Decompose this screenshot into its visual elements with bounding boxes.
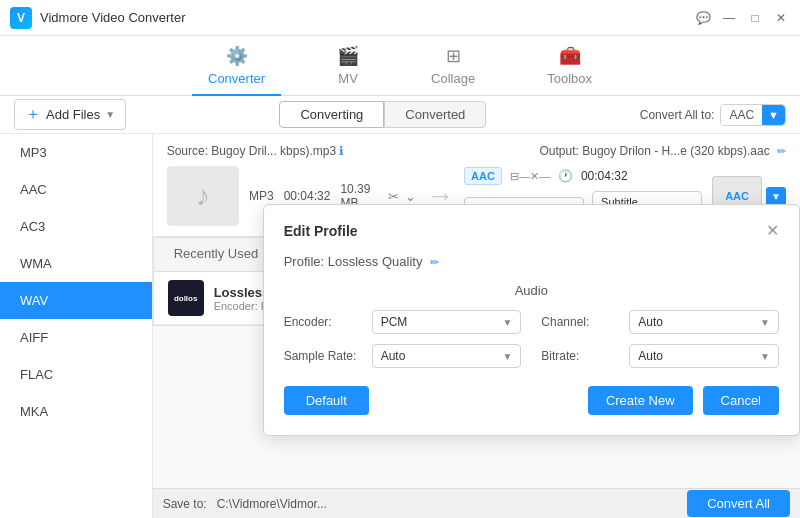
- format-item-wma[interactable]: WMA: [0, 245, 152, 282]
- content-area: Source: Bugoy Dril... kbps).mp3 ℹ Output…: [153, 134, 800, 518]
- cancel-button[interactable]: Cancel: [703, 386, 779, 415]
- file-thumbnail: ♪: [167, 166, 239, 226]
- channel-modal-dropdown-arrow: ▼: [760, 317, 770, 328]
- encoder-select[interactable]: PCM ▼: [372, 310, 522, 334]
- tab-collage-label: Collage: [431, 71, 475, 86]
- add-files-button[interactable]: ＋ Add Files ▼: [14, 99, 126, 130]
- modal-close-button[interactable]: ✕: [766, 221, 779, 240]
- title-bar: V Vidmore Video Converter 💬 — □ ✕: [0, 0, 800, 36]
- format-item-mp3[interactable]: MP3: [0, 134, 152, 171]
- chat-icon[interactable]: 💬: [694, 9, 712, 27]
- encoder-value: PCM: [381, 315, 408, 329]
- mv-icon: 🎬: [337, 45, 359, 67]
- bottom-bar: Save to: C:\Vidmore\Vidmor... Convert Al…: [153, 488, 800, 518]
- add-files-label: Add Files: [46, 107, 100, 122]
- minimize-icon[interactable]: —: [720, 9, 738, 27]
- source-info: Source: Bugoy Dril... kbps).mp3 ℹ: [167, 144, 345, 158]
- modal-profile-line: Profile: Lossless Quality ✏: [284, 254, 779, 269]
- close-icon[interactable]: ✕: [772, 9, 790, 27]
- sample-rate-label: Sample Rate:: [284, 349, 364, 363]
- converting-converted-tabs: Converting Converted: [136, 101, 630, 128]
- toolbox-icon: 🧰: [559, 45, 581, 67]
- output-size-icon: ⊟—✕—: [510, 170, 550, 183]
- format-item-aiff[interactable]: AIFF: [0, 319, 152, 356]
- scissors-icon[interactable]: ✂: [388, 189, 399, 204]
- nav-tabs: ⚙️ Converter 🎬 MV ⊞ Collage 🧰 Toolbox: [0, 36, 800, 96]
- format-item-mka[interactable]: MKA: [0, 393, 152, 430]
- encoder-row: Encoder: PCM ▼: [284, 310, 522, 334]
- format-item-ac3[interactable]: AC3: [0, 208, 152, 245]
- convert-all-control: AAC ▼: [720, 104, 786, 126]
- convert-all-button[interactable]: Convert All: [687, 490, 790, 517]
- convert-all-format: AAC: [721, 105, 762, 125]
- music-note-icon: ♪: [196, 180, 210, 212]
- bitrate-label: Bitrate:: [541, 349, 621, 363]
- source-label: Source:: [167, 144, 208, 158]
- encoder-dropdown-arrow: ▼: [502, 317, 512, 328]
- sample-rate-value: Auto: [381, 349, 406, 363]
- tab-toolbox-label: Toolbox: [547, 71, 592, 86]
- default-button[interactable]: Default: [284, 386, 369, 415]
- bitrate-row: Bitrate: Auto ▼: [541, 344, 779, 368]
- tab-converting[interactable]: Converting: [279, 101, 384, 128]
- file-duration: 00:04:32: [284, 189, 331, 203]
- bitrate-value: Auto: [638, 349, 663, 363]
- collage-icon: ⊞: [446, 45, 461, 67]
- tab-converter[interactable]: ⚙️ Converter: [192, 37, 281, 96]
- modal-header: Edit Profile ✕: [284, 221, 779, 240]
- channel-label: Channel:: [541, 315, 621, 329]
- output-duration: 00:04:32: [581, 169, 628, 183]
- output-label: Output:: [540, 144, 579, 158]
- source-info-icon[interactable]: ℹ: [339, 144, 344, 158]
- channel-modal-value: Auto: [638, 315, 663, 329]
- format-item-flac[interactable]: FLAC: [0, 356, 152, 393]
- converter-icon: ⚙️: [226, 45, 248, 67]
- save-to-path: C:\Vidmore\Vidmor...: [217, 497, 327, 511]
- format-tab-recently-used[interactable]: Recently Used: [154, 238, 279, 271]
- create-new-button[interactable]: Create New: [588, 386, 693, 415]
- tab-converted[interactable]: Converted: [384, 101, 486, 128]
- output-format-badge: AAC: [464, 167, 502, 185]
- profile-icon: dollos: [168, 280, 204, 316]
- save-to-label: Save to:: [163, 497, 207, 511]
- bitrate-select[interactable]: Auto ▼: [629, 344, 779, 368]
- file-row-top: Source: Bugoy Dril... kbps).mp3 ℹ Output…: [167, 144, 786, 158]
- channel-row: Channel: Auto ▼: [541, 310, 779, 334]
- maximize-icon[interactable]: □: [746, 9, 764, 27]
- format-item-aac[interactable]: AAC: [0, 171, 152, 208]
- profile-value: Lossless Quality: [328, 254, 423, 269]
- bitrate-dropdown-arrow: ▼: [760, 351, 770, 362]
- output-edit-icon[interactable]: ✏: [777, 145, 786, 157]
- convert-all-section: Convert All to: AAC ▼: [640, 104, 786, 126]
- source-filename: Bugoy Dril... kbps).mp3: [211, 144, 336, 158]
- output-format-row: AAC ⊟—✕— 🕐 00:04:32: [464, 167, 702, 185]
- add-files-dropdown-icon[interactable]: ▼: [105, 109, 115, 120]
- channel-modal-select[interactable]: Auto ▼: [629, 310, 779, 334]
- modal-form: Encoder: PCM ▼ Channel: Auto ▼ Sam: [284, 310, 779, 368]
- output-info-top: Output: Bugoy Drilon - H...e (320 kbps).…: [540, 144, 786, 158]
- convert-all-label: Convert All to:: [640, 108, 715, 122]
- sample-rate-select[interactable]: Auto ▼: [372, 344, 522, 368]
- profile-icon-text: dollos: [174, 294, 198, 303]
- main-area: MP3 AAC AC3 WMA WAV AIFF FLAC MKA Source…: [0, 134, 800, 518]
- toolbar: ＋ Add Files ▼ Converting Converted Conve…: [0, 96, 800, 134]
- edit-profile-modal: Edit Profile ✕ Profile: Lossless Quality…: [263, 204, 800, 436]
- tab-collage[interactable]: ⊞ Collage: [415, 37, 491, 96]
- tab-mv[interactable]: 🎬 MV: [321, 37, 375, 96]
- output-filename: Bugoy Drilon - H...e (320 kbps).aac: [582, 144, 769, 158]
- modal-title: Edit Profile: [284, 223, 358, 239]
- modal-section-title: Audio: [284, 283, 779, 298]
- file-controls: ✂ ⌄: [388, 189, 416, 204]
- chevron-down-icon[interactable]: ⌄: [405, 189, 416, 204]
- plus-icon: ＋: [25, 104, 41, 125]
- modal-footer: Default Create New Cancel: [284, 386, 779, 415]
- sample-rate-row: Sample Rate: Auto ▼: [284, 344, 522, 368]
- convert-all-dropdown-icon[interactable]: ▼: [762, 105, 785, 125]
- output-format-dropdown-icon[interactable]: ▼: [766, 187, 786, 206]
- modal-footer-right: Create New Cancel: [588, 386, 779, 415]
- tab-mv-label: MV: [338, 71, 358, 86]
- tab-toolbox[interactable]: 🧰 Toolbox: [531, 37, 608, 96]
- profile-edit-icon[interactable]: ✏: [430, 256, 439, 268]
- format-item-wav[interactable]: WAV: [0, 282, 152, 319]
- title-bar-left: V Vidmore Video Converter: [10, 7, 186, 29]
